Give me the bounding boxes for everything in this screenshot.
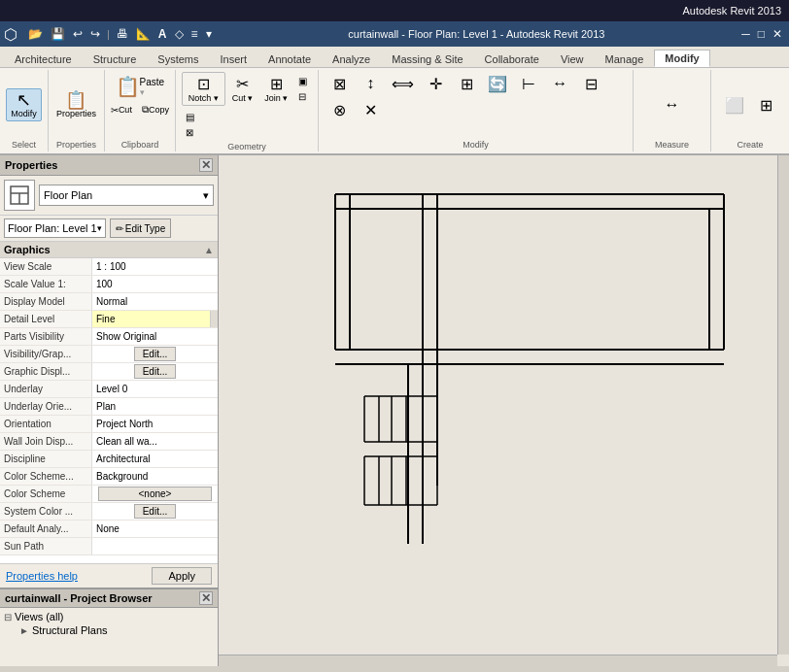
vis-graph-edit-button[interactable]: Edit... <box>134 347 177 361</box>
modify-button[interactable]: ↖ Modify <box>6 88 42 121</box>
geo-btn-3[interactable]: ▤ <box>182 110 198 124</box>
tab-systems[interactable]: Systems <box>147 50 209 67</box>
cut-button[interactable]: ✂ Cut <box>107 102 136 118</box>
type-dropdown[interactable]: Floor Plan ▾ <box>39 185 214 206</box>
prop-detail-level: Detail Level Fine <box>0 311 218 328</box>
edit-type-icon: ✏ <box>116 223 123 234</box>
color-scheme-none-button[interactable]: <none> <box>98 487 211 501</box>
create-icon-2: ⊞ <box>760 96 772 115</box>
graphic-disp-btn-container: Edit... <box>92 363 218 380</box>
tab-analyze[interactable]: Analyze <box>322 50 381 67</box>
underlay-value[interactable]: Level 0 <box>92 381 218 397</box>
canvas-horizontal-scrollbar[interactable] <box>219 655 777 666</box>
paste-button[interactable]: 📋 Paste ▾ <box>111 72 170 101</box>
geo-btn-2[interactable]: ⊟ <box>294 89 311 104</box>
graphics-section-header[interactable]: Graphics ▲ <box>0 242 218 258</box>
offset-button[interactable]: ↕ <box>356 72 385 95</box>
canvas-vertical-scrollbar[interactable] <box>777 155 789 655</box>
color-scheme-loc-value[interactable]: Background <box>92 468 218 485</box>
detail-level-label: Detail Level <box>0 311 92 327</box>
tab-architecture[interactable]: Architecture <box>4 50 83 67</box>
qa-open[interactable]: 📂 <box>25 25 46 43</box>
qa-dropdown[interactable]: ▾ <box>203 25 215 43</box>
tab-view[interactable]: View <box>550 50 595 67</box>
close-btn[interactable]: ✕ <box>770 25 785 43</box>
properties-close[interactable]: ✕ <box>199 158 213 172</box>
sun-path-value[interactable] <box>92 538 218 554</box>
qa-save[interactable]: 💾 <box>48 25 68 43</box>
properties-ribbon-button[interactable]: 📋 Properties <box>51 88 101 121</box>
floor-plan-dropdown[interactable]: Floor Plan: Level 1 ▾ <box>4 218 106 238</box>
underlay-orient-value[interactable]: Plan <box>92 398 218 415</box>
underlay-label: Underlay <box>0 381 92 397</box>
geo-btn-1[interactable]: ▣ <box>294 74 311 88</box>
properties-table: Graphics ▲ View Scale 1 : 100 Scale Valu… <box>0 242 218 563</box>
parts-vis-value[interactable]: Show Original <box>92 328 218 345</box>
geo-btn-4[interactable]: ⊠ <box>182 125 198 140</box>
tab-modify[interactable]: Modify <box>654 50 709 67</box>
ribbon-group-clipboard: 📋 Paste ▾ ✂ Cut ⧉ Copy Clipboard <box>105 70 176 151</box>
orientation-value[interactable]: Project North <box>92 416 218 432</box>
mirror-button[interactable]: ⟺ <box>387 72 419 96</box>
dimension-icon: ↔ <box>665 96 680 114</box>
qa-measure[interactable]: 📐 <box>133 25 154 43</box>
properties-help-link[interactable]: Properties help <box>6 570 78 582</box>
delete-button[interactable]: ✕ <box>356 98 385 122</box>
copy-modify-button[interactable]: ⊞ <box>452 72 481 96</box>
qa-redo[interactable]: ↪ <box>87 25 103 43</box>
discipline-value[interactable]: Architectural <box>92 451 218 467</box>
tab-collaborate[interactable]: Collaborate <box>474 50 550 67</box>
display-model-value[interactable]: Normal <box>92 293 218 310</box>
array-button[interactable]: ⊟ <box>576 72 605 96</box>
minimize-btn[interactable]: ─ <box>738 25 753 43</box>
paste-label: Paste <box>140 77 165 87</box>
apply-button[interactable]: Apply <box>152 567 212 585</box>
title-bar: Autodesk Revit 2013 <box>0 0 789 21</box>
qa-print[interactable]: 🖶 <box>114 25 131 43</box>
pb-structural-plans[interactable]: ► Structural Plans <box>4 623 214 637</box>
scale-value-value[interactable]: 100 <box>92 276 218 292</box>
system-color-edit-button[interactable]: Edit... <box>134 504 177 519</box>
rotate-button[interactable]: 🔄 <box>483 72 512 96</box>
ribbon-group-properties: 📋 Properties Properties <box>49 70 105 151</box>
qa-shape[interactable]: ◇ <box>172 25 187 43</box>
split-button[interactable]: ⊗ <box>325 98 354 122</box>
rotate-icon: 🔄 <box>488 75 507 93</box>
paste-icon: 📋 <box>116 75 140 98</box>
qa-undo[interactable]: ↩ <box>70 25 86 43</box>
project-browser-close[interactable]: ✕ <box>199 591 213 605</box>
modify-label: Modify <box>11 109 37 118</box>
tab-insert[interactable]: Insert <box>210 50 258 67</box>
cut-geometry-button[interactable]: ✂ Cut ▾ <box>227 72 258 106</box>
edit-type-button[interactable]: ✏ Edit Type <box>110 218 172 238</box>
floor-plan-arrow: ▾ <box>97 223 102 233</box>
default-analysis-value[interactable]: None <box>92 521 218 537</box>
graphics-label: Graphics <box>4 244 51 255</box>
project-browser-title: curtainwall - Project Browser <box>5 592 153 604</box>
canvas-area[interactable] <box>219 155 789 666</box>
notch-button[interactable]: ⊡ Notch ▾ <box>182 72 225 106</box>
join-button[interactable]: ⊞ Join ▾ <box>259 72 292 106</box>
trim-button[interactable]: ⊢ <box>514 72 543 96</box>
align-button[interactable]: ⊠ <box>325 72 354 96</box>
tab-massing[interactable]: Massing & Site <box>381 50 473 67</box>
scale-button[interactable]: ↔ <box>545 72 574 95</box>
tab-structure[interactable]: Structure <box>83 50 148 67</box>
qa-settings[interactable]: ≡ <box>189 25 201 43</box>
view-scale-value[interactable]: 1 : 100 <box>92 258 218 275</box>
paste-arrow: ▾ <box>140 87 145 97</box>
graphic-disp-edit-button[interactable]: Edit... <box>134 364 177 379</box>
pb-views-all[interactable]: ⊟ Views (all) <box>4 610 214 623</box>
tab-annotate[interactable]: Annotate <box>257 50 322 67</box>
qa-text[interactable]: A <box>155 25 170 43</box>
maximize-btn[interactable]: □ <box>755 25 768 43</box>
create-button[interactable]: ⬜ <box>720 93 749 118</box>
tab-manage[interactable]: Manage <box>595 50 655 67</box>
copy-button[interactable]: ⧉ Copy <box>138 102 173 118</box>
create-btn-2[interactable]: ⊞ <box>751 93 780 118</box>
move-button[interactable]: ✛ <box>421 72 450 96</box>
wall-join-value[interactable]: Clean all wa... <box>92 433 218 450</box>
detail-level-value[interactable]: Fine <box>92 311 210 327</box>
left-panel: Properties ✕ Floor Plan ▾ <box>0 155 219 666</box>
dimension-button[interactable]: ↔ <box>658 93 687 117</box>
